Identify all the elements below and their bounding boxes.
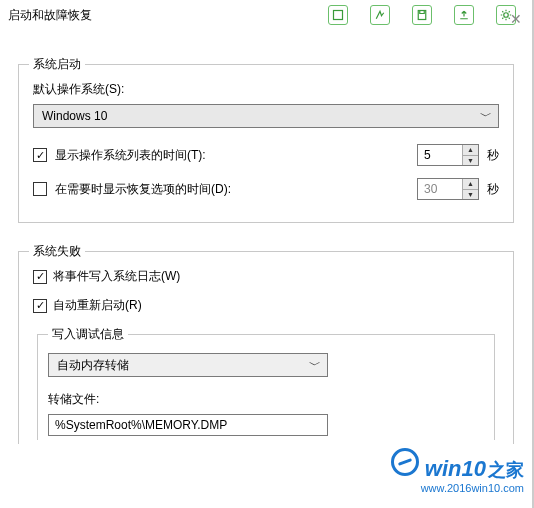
show-recovery-seconds[interactable]: 30 ▲ ▼ <box>417 178 479 200</box>
chevron-down-icon: ﹀ <box>309 357 321 374</box>
svg-rect-0 <box>334 11 343 20</box>
debug-type-value: 自动内存转储 <box>57 357 129 374</box>
show-os-list-unit: 秒 <box>487 147 499 164</box>
system-startup-group: 系统启动 默认操作系统(S): Windows 10 ﹀ 显示操作系统列表的时间… <box>18 64 514 223</box>
spinner-down-icon[interactable]: ▼ <box>463 155 478 166</box>
show-os-list-seconds[interactable]: 5 ▲ ▼ <box>417 144 479 166</box>
show-os-list-value: 5 <box>418 145 462 165</box>
system-failure-legend: 系统失败 <box>29 243 85 260</box>
auto-restart-row: 自动重新启动(R) <box>33 297 499 314</box>
toolbar-icon-3[interactable] <box>412 5 432 25</box>
debug-type-select[interactable]: 自动内存转储 ﹀ <box>48 353 328 377</box>
chevron-down-icon: ﹀ <box>480 108 492 125</box>
watermark-url: www.2016win10.com <box>421 482 524 494</box>
toolbar-icon-1[interactable] <box>328 5 348 25</box>
dump-file-input[interactable]: %SystemRoot%\MEMORY.DMP <box>48 414 328 436</box>
title-icon-group <box>328 5 522 25</box>
window-title: 启动和故障恢复 <box>8 7 92 24</box>
write-event-row: 将事件写入系统日志(W) <box>33 268 499 285</box>
auto-restart-checkbox[interactable] <box>33 299 47 313</box>
system-failure-group: 系统失败 将事件写入系统日志(W) 自动重新启动(R) 写入调试信息 自动内存转… <box>18 251 514 444</box>
debug-info-group: 写入调试信息 自动内存转储 ﹀ 转储文件: %SystemRoot%\MEMOR… <box>37 334 495 440</box>
auto-restart-label: 自动重新启动(R) <box>53 297 142 314</box>
spinner-down-icon[interactable]: ▼ <box>463 189 478 200</box>
show-recovery-unit: 秒 <box>487 181 499 198</box>
show-os-list-checkbox[interactable] <box>33 148 47 162</box>
watermark-logo-icon <box>391 448 419 476</box>
default-os-label: 默认操作系统(S): <box>33 81 499 98</box>
dump-file-label: 转储文件: <box>48 391 484 408</box>
debug-info-legend: 写入调试信息 <box>48 326 128 343</box>
show-recovery-checkbox[interactable] <box>33 182 47 196</box>
toolbar-icon-2[interactable] <box>370 5 390 25</box>
show-os-list-row: 显示操作系统列表的时间(T): 5 ▲ ▼ 秒 <box>33 144 499 166</box>
show-recovery-value: 30 <box>418 179 462 199</box>
show-recovery-row: 在需要时显示恢复选项的时间(D): 30 ▲ ▼ 秒 <box>33 178 499 200</box>
spinner-up-icon[interactable]: ▲ <box>463 145 478 155</box>
show-os-list-label: 显示操作系统列表的时间(T): <box>55 147 206 164</box>
write-event-checkbox[interactable] <box>33 270 47 284</box>
dump-file-value: %SystemRoot%\MEMORY.DMP <box>55 418 227 432</box>
show-recovery-label: 在需要时显示恢复选项的时间(D): <box>55 181 231 198</box>
toolbar-icon-4[interactable] <box>454 5 474 25</box>
system-startup-legend: 系统启动 <box>29 56 85 73</box>
watermark: win10 之家 www.2016win10.com <box>391 448 524 494</box>
write-event-label: 将事件写入系统日志(W) <box>53 268 180 285</box>
default-os-value: Windows 10 <box>42 109 107 123</box>
close-icon[interactable]: ✕ <box>510 12 522 26</box>
spinner-up-icon[interactable]: ▲ <box>463 179 478 189</box>
watermark-brand1: win10 <box>425 456 486 482</box>
titlebar: 启动和故障恢复 <box>0 0 532 30</box>
default-os-select[interactable]: Windows 10 ﹀ <box>33 104 499 128</box>
svg-point-2 <box>504 13 509 18</box>
watermark-brand2: 之家 <box>488 458 524 482</box>
